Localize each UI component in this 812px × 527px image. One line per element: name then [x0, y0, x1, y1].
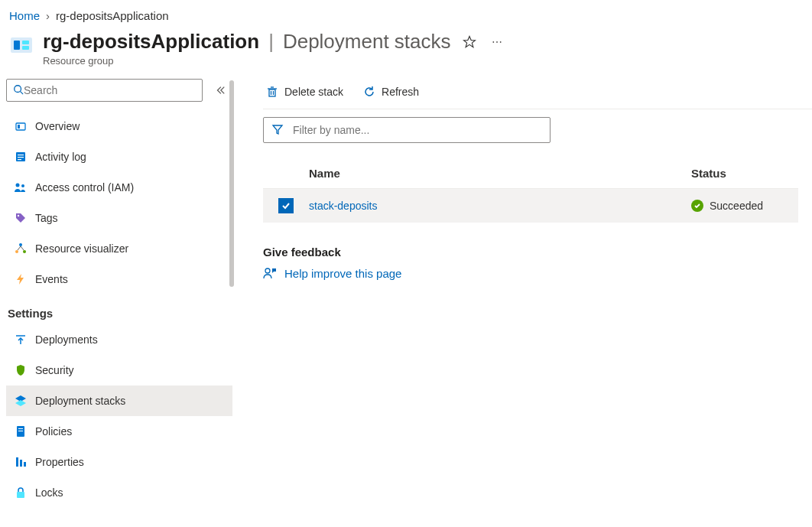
sidebar-item-label: Deployment stacks: [35, 395, 125, 407]
svg-rect-2: [22, 41, 29, 44]
svg-rect-27: [18, 431, 23, 431]
sidebar-item-tags[interactable]: Tags: [6, 203, 232, 233]
log-icon: [14, 150, 28, 164]
refresh-icon: [363, 86, 375, 98]
svg-point-14: [21, 184, 24, 187]
stack-name-link[interactable]: stack-deposits: [309, 200, 377, 212]
svg-rect-32: [269, 89, 275, 96]
refresh-button[interactable]: Refresh: [360, 80, 422, 104]
svg-point-13: [16, 184, 20, 187]
sidebar-item-label: Policies: [35, 425, 72, 438]
more-button[interactable]: ⋯: [488, 33, 506, 51]
svg-marker-37: [273, 125, 282, 134]
svg-rect-10: [18, 155, 24, 155]
lightning-icon: [14, 272, 28, 286]
filter-input[interactable]: [293, 124, 542, 136]
button-label: Delete stack: [284, 86, 343, 98]
title-divider: |: [268, 30, 274, 54]
breadcrumb-home[interactable]: Home: [9, 9, 40, 22]
svg-rect-31: [17, 492, 24, 498]
sidebar-item-policies[interactable]: Policies: [6, 416, 232, 447]
lock-icon: [14, 486, 28, 499]
svg-rect-7: [16, 123, 25, 130]
page-header: rg-depositsApplication | Deployment stac…: [0, 27, 812, 79]
svg-point-16: [19, 243, 22, 246]
sidebar-item-label: Locks: [35, 486, 63, 499]
sidebar-item-label: Activity log: [35, 151, 86, 163]
sidebar-item-label: Security: [35, 364, 74, 376]
svg-rect-11: [18, 157, 24, 158]
svg-point-15: [18, 215, 19, 216]
tag-icon: [14, 211, 28, 225]
button-label: Refresh: [382, 86, 419, 98]
sidebar-item-security[interactable]: Security: [6, 355, 232, 385]
feedback-title: Give feedback: [263, 246, 812, 259]
delete-stack-button[interactable]: Delete stack: [263, 80, 346, 104]
svg-point-5: [15, 85, 21, 92]
table-row[interactable]: stack-deposits Succeeded: [263, 189, 798, 223]
person-feedback-icon: [263, 266, 277, 280]
sidebar-item-deployment-stacks[interactable]: Deployment stacks: [6, 385, 232, 416]
sidebar-item-label: Resource visualizer: [35, 242, 128, 255]
sidebar-item-resource-visualizer[interactable]: Resource visualizer: [6, 233, 232, 264]
trash-icon: [266, 86, 278, 98]
shield-icon: [14, 363, 28, 377]
visualizer-icon: [14, 242, 28, 255]
sidebar-item-properties[interactable]: Properties: [6, 447, 232, 477]
svg-rect-1: [14, 41, 20, 50]
feedback-link-text: Help improve this page: [284, 267, 401, 280]
feedback-link[interactable]: Help improve this page: [263, 266, 812, 280]
stack-icon: [14, 394, 28, 408]
sidebar-search-input[interactable]: [24, 84, 196, 96]
breadcrumb: Home › rg-depositsApplication: [0, 0, 812, 27]
svg-point-17: [15, 250, 18, 253]
search-icon: [13, 84, 24, 97]
filter-icon: [271, 123, 284, 138]
row-checkbox[interactable]: [278, 198, 294, 213]
col-header-status[interactable]: Status: [691, 167, 798, 180]
policy-icon: [14, 425, 28, 438]
table-header: Name Status: [263, 158, 798, 189]
svg-rect-26: [18, 428, 23, 429]
svg-rect-3: [22, 46, 29, 50]
col-header-name[interactable]: Name: [309, 167, 691, 180]
svg-rect-8: [18, 125, 20, 128]
status-text: Succeeded: [710, 200, 763, 212]
favorite-button[interactable]: [460, 33, 479, 51]
sidebar-item-deployments[interactable]: Deployments: [6, 324, 232, 355]
sidebar-search[interactable]: [6, 79, 203, 102]
upload-icon: [14, 333, 28, 346]
status-cell: Succeeded: [691, 200, 798, 212]
breadcrumb-current[interactable]: rg-depositsApplication: [56, 9, 169, 22]
svg-rect-29: [20, 460, 22, 467]
properties-icon: [14, 455, 28, 469]
svg-rect-12: [18, 159, 21, 160]
cube-icon: [14, 119, 28, 133]
people-icon: [14, 181, 28, 194]
sidebar: Overview Activity log Access control (IA…: [0, 79, 232, 508]
collapse-sidebar-button[interactable]: [212, 81, 229, 99]
svg-marker-4: [463, 36, 475, 47]
chevron-right-icon: ›: [46, 9, 50, 22]
svg-line-19: [18, 246, 21, 250]
svg-point-38: [265, 268, 270, 273]
page-subtitle: Resource group: [43, 55, 506, 67]
sidebar-item-overview[interactable]: Overview: [6, 111, 232, 142]
success-icon: [691, 200, 703, 212]
sidebar-item-label: Overview: [35, 120, 80, 132]
toolbar: Delete stack Refresh: [263, 79, 812, 109]
sidebar-item-events[interactable]: Events: [6, 264, 232, 294]
sidebar-item-locks[interactable]: Locks: [6, 477, 232, 508]
svg-line-6: [21, 91, 24, 94]
sidebar-item-access-control[interactable]: Access control (IAM): [6, 172, 232, 203]
stacks-table: Name Status stack-deposits: [263, 158, 798, 223]
sidebar-item-label: Deployments: [35, 333, 98, 346]
sidebar-item-label: Properties: [35, 456, 84, 468]
sidebar-item-label: Tags: [35, 212, 58, 224]
scrollbar-track: [229, 79, 234, 507]
filter-box[interactable]: [263, 117, 551, 143]
sidebar-section-settings: Settings: [6, 294, 232, 324]
sidebar-item-activity-log[interactable]: Activity log: [6, 142, 232, 172]
page-section: Deployment stacks: [283, 30, 451, 54]
scrollbar-thumb[interactable]: [229, 80, 234, 287]
